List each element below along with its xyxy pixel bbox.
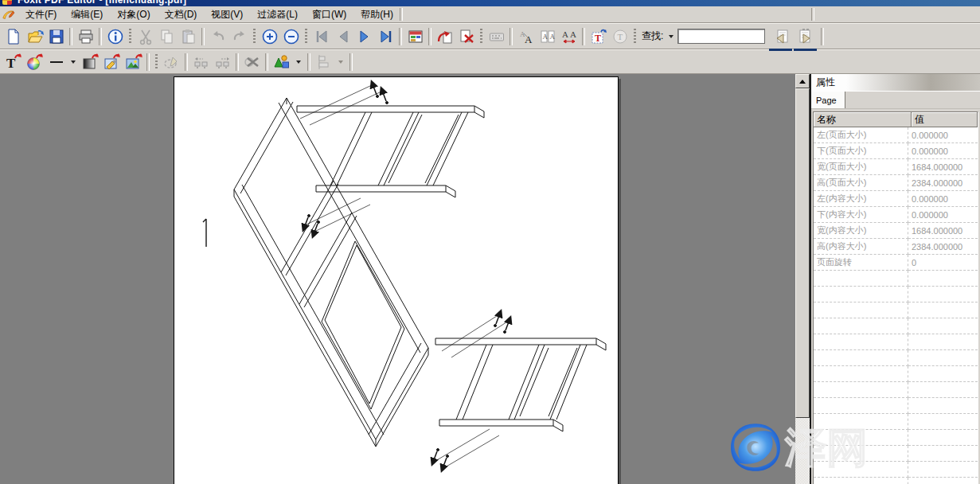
shapes-dropdown[interactable] [296,60,301,64]
align-dropdown[interactable] [338,60,343,64]
edit-text-box-icon: T [590,28,607,45]
last-page-button[interactable] [375,26,396,47]
table-row[interactable]: 左(内容大小)0.000000 [814,191,978,207]
zoom-in-button[interactable] [259,26,280,47]
edit-object-button[interactable] [161,52,182,72]
find-previous-button[interactable] [770,26,791,47]
toolbar-drag-handle[interactable] [480,29,482,45]
text-circle-button[interactable]: T [609,26,631,47]
property-value[interactable]: 2384.000000 [908,239,978,255]
redo-arrow-icon [231,28,248,45]
edit-object-lasso-icon [162,53,182,72]
prev-page-button[interactable] [332,26,353,47]
column-header-name[interactable]: 名称 [814,112,912,127]
keyboard-button[interactable] [486,26,507,47]
find-input[interactable] [677,29,765,44]
table-empty-row [814,382,978,398]
toolbar-separator [349,53,353,71]
toolbar-drag-handle[interactable] [155,54,158,70]
toolbar-drag-handle[interactable] [253,29,256,45]
font-spacing-button[interactable]: AA [558,26,580,47]
menu-filter[interactable]: 过滤器(L) [250,6,305,23]
first-page-button[interactable] [310,26,332,47]
page-layout-button[interactable] [404,26,426,47]
edit-image-button[interactable] [101,52,123,72]
table-row[interactable]: 宽(内容大小)1684.000000 [814,223,978,239]
property-value[interactable]: 0.000000 [908,143,978,159]
copy-button[interactable] [156,26,178,47]
next-page-button[interactable] [353,26,375,47]
property-value[interactable]: 0.000000 [908,191,978,207]
keyboard-icon [488,28,506,45]
add-image-button[interactable] [123,52,144,72]
menu-help[interactable]: 帮助(H) [353,6,400,23]
properties-table-header: 名称 值 [814,112,978,127]
property-value[interactable]: 1684.000000 [908,223,978,239]
rotate-ccw-button[interactable] [190,52,212,72]
table-row[interactable]: 高(内容大小)2384.000000 [814,239,978,255]
delete-object-button[interactable] [241,52,263,72]
find-next-button[interactable] [795,26,816,47]
toolbar-drag-handle[interactable] [305,29,307,45]
menu-edit[interactable]: 编辑(E) [64,6,110,23]
font-compare-button[interactable]: AA [537,26,558,47]
toolbar-drag-handle[interactable] [129,29,131,45]
find-history-dropdown[interactable] [669,35,674,38]
table-row[interactable]: 宽(页面大小)1684.000000 [814,159,978,175]
info-button[interactable] [104,26,126,47]
delete-page-button[interactable] [455,26,477,47]
property-value[interactable]: 0 [908,255,978,271]
align-button[interactable] [313,52,334,72]
add-color-button[interactable] [24,52,45,72]
redo-button[interactable] [228,26,250,47]
property-value[interactable]: 1684.000000 [908,159,978,175]
print-button[interactable] [75,26,96,47]
edit-text-button[interactable]: T [588,26,609,47]
shapes-button[interactable] [271,52,292,72]
table-row[interactable]: 下(内容大小)0.000000 [814,207,978,223]
scrollbar-thumb[interactable] [795,88,810,418]
toolbar-drag-handle[interactable] [634,29,636,45]
scroll-up-button[interactable] [795,74,810,88]
menu-file[interactable]: 文件(F) [18,6,64,23]
document-workspace[interactable] [0,74,795,484]
undo-button[interactable] [207,26,228,47]
find-previous-icon [772,28,790,45]
menu-object[interactable]: 对象(O) [110,6,157,23]
property-value[interactable]: 2384.000000 [908,175,978,191]
property-value[interactable]: 0.000000 [908,127,978,143]
zoom-out-button[interactable] [280,26,302,47]
table-row[interactable]: 左(页面大小)0.000000 [814,127,978,143]
column-header-value[interactable]: 值 [912,112,978,127]
add-text-button[interactable]: T [2,52,24,72]
property-name: 高(页面大小) [814,175,908,191]
font-replace-button[interactable]: AA [515,26,537,47]
scrollbar-track[interactable] [795,418,810,484]
new-button[interactable] [2,26,24,47]
menu-window[interactable]: 窗口(W) [305,6,353,23]
table-row[interactable]: 下(页面大小)0.000000 [814,143,978,159]
insert-page-button[interactable] [434,26,455,47]
line-style-dropdown[interactable] [71,60,76,64]
table-row[interactable]: 高(页面大小)2384.000000 [814,175,978,191]
property-name: 左(内容大小) [814,191,908,207]
menu-document[interactable]: 文档(D) [158,6,205,23]
open-button[interactable] [24,26,45,47]
paste-button[interactable] [178,26,199,47]
rotate-cw-button[interactable] [212,52,233,72]
toolbar-separator [99,28,102,45]
line-style-button[interactable] [45,52,67,72]
toolbar-separator [428,28,431,45]
table-empty-row [814,446,978,462]
pdf-page-canvas[interactable] [174,76,619,484]
add-gradient-button[interactable] [80,52,101,72]
vertical-scrollbar[interactable] [795,74,810,484]
property-value[interactable]: 0.000000 [908,207,978,223]
cut-button[interactable] [135,26,156,47]
table-row[interactable]: 页面旋转0 [814,255,978,271]
menu-bar: 文件(F) 编辑(E) 对象(O) 文档(D) 视图(V) 过滤器(L) 窗口(… [0,6,980,23]
tab-page[interactable]: Page [811,92,845,108]
save-button[interactable] [45,26,67,47]
menu-view[interactable]: 视图(V) [204,6,250,23]
add-gradient-icon [81,53,100,72]
